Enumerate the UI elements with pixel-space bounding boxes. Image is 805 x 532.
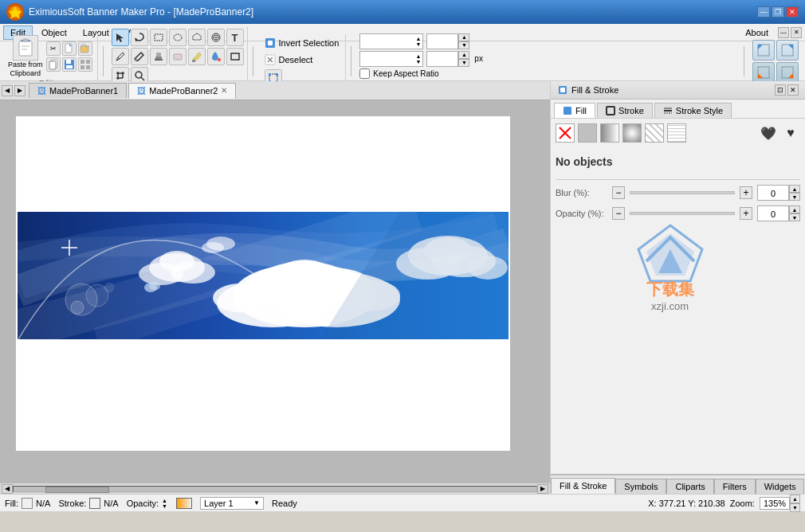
pen-tool[interactable] [112, 48, 129, 65]
blur-decrease[interactable]: − [612, 186, 625, 199]
opacity-up[interactable]: ▲ [789, 205, 800, 213]
cut-button[interactable]: ✂ [46, 41, 61, 56]
panel-float[interactable]: ⊡ [775, 84, 786, 96]
text-tool[interactable]: T [226, 29, 244, 46]
dropper-tool[interactable] [188, 48, 206, 65]
copy-button[interactable] [46, 57, 61, 72]
width-up-arrow[interactable]: ▲ [415, 36, 421, 41]
blur-value[interactable]: 0 [757, 185, 789, 201]
opacity-track[interactable] [630, 212, 735, 215]
height-input[interactable] [426, 51, 458, 67]
opacity-increase[interactable]: + [740, 207, 752, 220]
menu-close[interactable]: ✕ [791, 27, 802, 38]
tab-banner2[interactable]: 🖼 MadeProBanner2 ✕ [128, 83, 236, 99]
heart-button-2[interactable]: ♥ [781, 123, 800, 143]
opacity-down-btn[interactable]: ▼ [162, 503, 173, 509]
scroll-left-button[interactable]: ◀ [2, 484, 13, 494]
opacity-decrease[interactable]: − [612, 207, 625, 220]
fill-tool[interactable] [207, 48, 225, 65]
zoom-down[interactable]: ▼ [790, 503, 800, 512]
tab-cliparts[interactable]: Cliparts [666, 479, 713, 494]
width-input[interactable] [426, 33, 458, 49]
stamp-tool[interactable] [150, 48, 167, 65]
tab-banner2-close[interactable]: ✕ [221, 86, 227, 95]
flat-fill-button[interactable] [578, 123, 597, 143]
poly-select-tool[interactable] [188, 29, 206, 46]
heart-button-1[interactable]: 🖤 [759, 123, 778, 143]
blur-up[interactable]: ▲ [789, 185, 800, 193]
eraser-tool[interactable] [169, 48, 187, 65]
tab-widgets[interactable]: Widgets [756, 479, 805, 494]
svg-rect-28 [155, 57, 162, 59]
align-top-right[interactable] [776, 40, 799, 61]
opacity-label: Opacity (%): [556, 209, 607, 218]
no-fill-button[interactable] [556, 123, 575, 143]
tab-symbols[interactable]: Symbols [615, 479, 666, 494]
restore-button[interactable]: ❐ [772, 6, 784, 18]
scroll-track[interactable] [13, 486, 537, 492]
opacity-up-btn[interactable]: ▲ [162, 498, 173, 503]
panel-close[interactable]: ✕ [787, 84, 799, 96]
open-button[interactable] [78, 41, 92, 56]
width-dropdown[interactable]: ▲ ▼ [359, 33, 423, 49]
canvas-container[interactable] [0, 100, 550, 483]
height-dropdown[interactable]: ▲ ▼ [359, 51, 423, 67]
height-up[interactable]: ▲ [415, 53, 421, 59]
horizontal-scrollbar[interactable]: ◀ ▶ [0, 483, 550, 494]
layer-dropdown[interactable]: Layer 1 ▼ [200, 497, 264, 510]
tab-prev[interactable]: ◀ [2, 85, 13, 96]
radial-gradient-button[interactable] [622, 123, 642, 143]
align-bottom-right[interactable] [776, 62, 799, 83]
tab-fill-stroke[interactable]: Fill & Stroke [551, 478, 615, 494]
tab-next[interactable]: ▶ [14, 85, 26, 96]
texture-fill-button[interactable] [667, 123, 686, 143]
invert-selection-label: Invert Selection [279, 38, 340, 48]
blur-track[interactable] [630, 191, 735, 194]
panel-header: Fill & Stroke ⊡ ✕ [551, 81, 805, 100]
tab-banner2-icon: 🖼 [137, 86, 146, 96]
menu-minimize[interactable]: — [778, 27, 789, 38]
width-decrement[interactable]: ▼ [458, 41, 469, 49]
ellipse-select-tool[interactable] [169, 29, 187, 46]
scroll-right-button[interactable]: ▶ [537, 484, 548, 494]
panel-bottom: Fill & Stroke Symbols Cliparts Filters W… [551, 474, 805, 494]
brush-tool[interactable] [131, 48, 148, 65]
scroll-thumb[interactable] [45, 487, 109, 493]
status-bar: Fill: N/A Stroke: N/A Opacity: ▲ ▼ Layer… [0, 494, 805, 511]
rect-select-tool[interactable] [150, 29, 167, 46]
invert-selection-button[interactable]: Invert Selection [261, 36, 343, 50]
deselect-button[interactable]: Deselect [261, 53, 343, 67]
pattern-fill-button[interactable] [645, 123, 664, 143]
align-bottom-left[interactable] [752, 62, 775, 83]
grid-button[interactable] [78, 57, 92, 72]
select-tool[interactable] [112, 29, 129, 46]
height-increment[interactable]: ▲ [458, 51, 469, 59]
new-button[interactable] [62, 41, 77, 56]
tab-banner1[interactable]: 🖼 MadeProBanner1 [29, 83, 127, 98]
tab-fill[interactable]: Fill [554, 103, 595, 118]
opacity-value[interactable]: 0 [757, 205, 789, 221]
paste-from-clipboard-button[interactable]: Paste fromClipboard [8, 35, 43, 78]
keep-aspect-ratio-checkbox[interactable] [359, 68, 370, 79]
about-button[interactable]: About [739, 26, 775, 39]
opacity-down[interactable]: ▼ [789, 213, 800, 221]
tab-stroke[interactable]: Stroke [597, 103, 653, 118]
minimize-button[interactable]: — [757, 6, 770, 18]
rect-draw-tool[interactable] [226, 48, 244, 65]
width-down-arrow[interactable]: ▼ [415, 41, 421, 47]
tab-stroke-style[interactable]: Stroke Style [654, 103, 732, 118]
save-button[interactable] [62, 57, 77, 72]
lasso-tool[interactable] [131, 29, 148, 46]
width-increment[interactable]: ▲ [458, 33, 469, 41]
zoom-up[interactable]: ▲ [790, 495, 800, 503]
height-down[interactable]: ▼ [415, 59, 421, 65]
blur-increase[interactable]: + [740, 186, 752, 199]
spiral-tool[interactable] [207, 29, 225, 46]
close-button[interactable]: ✕ [786, 6, 799, 18]
canvas [16, 116, 510, 451]
blur-down[interactable]: ▼ [789, 193, 800, 201]
linear-gradient-button[interactable] [600, 123, 619, 143]
tab-filters[interactable]: Filters [714, 479, 756, 494]
align-top-left[interactable] [752, 40, 775, 61]
height-decrement[interactable]: ▼ [458, 59, 469, 67]
